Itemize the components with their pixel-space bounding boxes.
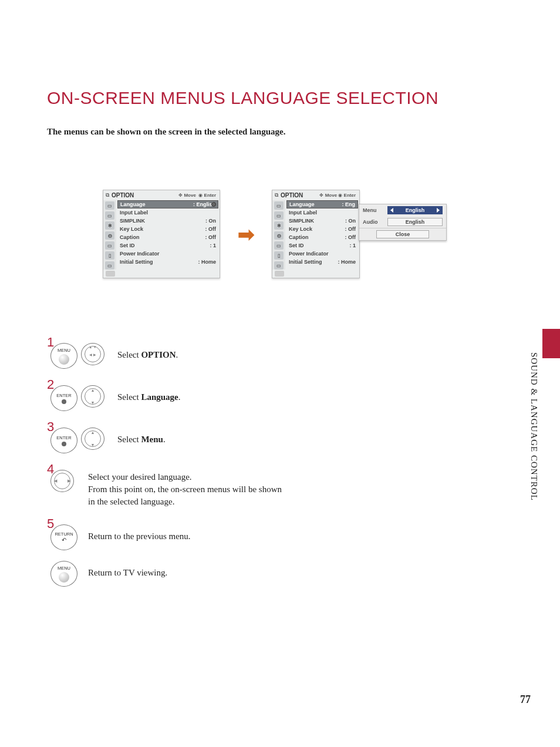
osd-row-initial-setting[interactable]: Initial Setting: Home [285,258,359,266]
osd-row-setid[interactable]: Set ID: 1 [285,241,359,250]
osd-row-language[interactable]: Language: English [117,200,218,208]
dpad-leftright-icon [50,470,74,492]
lock-icon: ▯ [274,251,284,260]
step-5: 5 RETURN↶ Return to the previous menu. [47,524,513,550]
osd-row-input-label[interactable]: Input Label [285,208,359,217]
steps-list: 1 MENU Select OPTION. 2 ENTER Select Lan… [47,343,513,587]
step-2-text: Select Language. [117,385,181,403]
dpad-updown-icon [81,428,104,450]
step-1: 1 MENU Select OPTION. [47,343,513,369]
step-6-text: Return to TV viewing. [88,561,167,579]
osd-panel-left: ⧉ OPTION ✥ Move ◉ Enter ▭ ▭ ✻ ◍ ▭ ▯ ▭ La… [103,190,220,278]
side-tab-label: SOUND & LANGUAGE CONTROL [529,352,539,501]
ratio-icon: ⧉ [106,192,109,198]
language-popup: Menu English Audio English Close [359,204,447,241]
arrow-right-icon: ➡ [238,224,254,244]
osd-row-setid[interactable]: Set ID: 1 [116,241,220,250]
osd-row-caption[interactable]: Caption: Off [285,233,359,241]
popup-row-menu[interactable]: Menu English [359,204,446,216]
dpad-updown-icon [81,385,104,408]
intro-text: The menus can be shown on the screen in … [47,127,513,137]
picture-icon: ▭ [105,201,114,210]
screen-icon: ▭ [274,211,284,220]
osd-row-power-indicator[interactable]: Power Indicator [285,250,359,258]
step-3: 3 ENTER Select Menu. [47,428,513,453]
gear-icon: ✻ [105,221,114,230]
osd-title: OPTION [112,192,178,198]
step-1-text: Select OPTION. [117,343,178,361]
osd-panels-row: ⧉ OPTION ✥ Move ◉ Enter ▭ ▭ ✻ ◍ ▭ ▯ ▭ La… [103,190,513,278]
screen-icon: ▭ [105,211,114,220]
menu-button-icon: MENU [50,343,77,369]
osd-row-power-indicator[interactable]: Power Indicator [116,250,220,258]
clock-icon: ▭ [105,241,114,250]
page-number: 77 [520,694,531,706]
picture-icon: ▭ [274,201,284,210]
osd-row-keylock[interactable]: Key Lock: Off [116,225,220,233]
gear-icon: ✻ [274,221,284,230]
osd-hint: ✥ Move ◉ Enter [178,193,216,198]
osd-row-simplink[interactable]: SIMPLINK: On [285,217,359,225]
side-tab-accent [542,329,560,358]
osd-category-icons: ▭ ▭ ✻ ◍ ▭ ▯ ▭ [103,200,116,270]
osd-row-initial-setting[interactable]: Initial Setting: Home [116,258,220,266]
popup-row-audio[interactable]: Audio English [359,216,446,228]
dpad-all-icon [81,343,104,365]
globe-icon: ◍ [105,231,114,240]
enter-button-icon: ENTER [50,385,77,411]
enter-button-icon: ENTER [50,428,77,453]
page-title: ON-SCREEN MENUS LANGUAGE SELECTION [47,88,513,108]
return-button-icon: RETURN↶ [50,524,77,550]
ratio-icon: ⧉ [275,192,278,198]
popup-row-close[interactable]: Close [359,228,446,240]
setup-icon: ▭ [105,261,114,270]
setup-icon: ▭ [274,261,284,270]
osd-row-language[interactable]: Language: Eng [286,200,358,208]
osd-title: OPTION [281,192,319,198]
osd-hint: ✥ Move ◉ Enter [319,193,356,198]
step-5-text: Return to the previous menu. [88,524,191,543]
menu-button-icon: MENU [50,561,77,587]
osd-row-input-label[interactable]: Input Label [116,208,220,217]
osd-row-keylock[interactable]: Key Lock: Off [285,225,359,233]
clock-icon: ▭ [274,241,284,250]
osd-row-simplink[interactable]: SIMPLINK: On [116,217,220,225]
step-2: 2 ENTER Select Language. [47,385,513,411]
step-3-text: Select Menu. [117,428,166,446]
footer-icon [106,271,115,277]
footer-icon [275,271,284,277]
osd-list: Language: Eng Input Label SIMPLINK: On K… [285,200,359,270]
globe-icon: ◍ [274,231,284,240]
step-4: 4 Select your desired language. From thi… [47,470,513,508]
osd-category-icons: ▭ ▭ ✻ ◍ ▭ ▯ ▭ [272,200,285,270]
osd-panel-right: ⧉ OPTION ✥ Move ◉ Enter ▭ ▭ ✻ ◍ ▭ ▯ ▭ La… [272,190,360,278]
step-4-text: Select your desired language. From this … [88,470,282,508]
lock-icon: ▯ [105,251,114,260]
osd-list: Language: English Input Label SIMPLINK: … [116,200,220,270]
osd-row-caption[interactable]: Caption: Off [116,233,220,241]
step-6: MENU Return to TV viewing. [47,561,513,587]
